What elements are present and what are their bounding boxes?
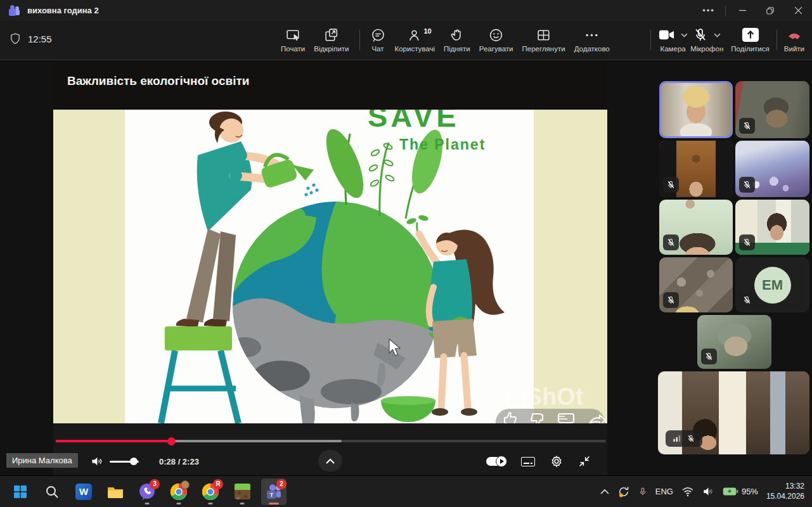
share-button[interactable]: Поділитися	[730, 23, 770, 55]
captions-button[interactable]	[521, 457, 535, 466]
mic-in-use-icon[interactable]	[638, 485, 647, 497]
participant-tile[interactable]	[659, 200, 733, 255]
presenter-name-label: Ирина Малкова	[6, 453, 78, 468]
taskbar-teams-button[interactable]: 2 T	[261, 478, 287, 505]
people-label: Користувачі	[395, 45, 435, 53]
teams-badge: 2	[276, 479, 287, 489]
save-planet-illustration: SAVE The Planet	[53, 110, 607, 423]
app-open-indicator	[145, 503, 150, 504]
app-open-indicator	[177, 503, 181, 504]
gallery-view-icon	[536, 26, 551, 44]
minimize-icon	[739, 7, 746, 14]
language-indicator[interactable]: ENG	[655, 487, 673, 496]
share-icon	[741, 27, 760, 42]
speaker-icon[interactable]	[702, 486, 714, 497]
unpin-button[interactable]: Відкріпити	[309, 23, 353, 55]
player-settings-button[interactable]	[550, 454, 564, 468]
taskbar-word-button[interactable]: W	[71, 478, 96, 505]
inshot-watermark: InShOt	[505, 383, 584, 410]
participant-tile[interactable]	[735, 141, 809, 197]
viber-badge: 3	[150, 479, 160, 489]
battery-icon	[723, 487, 738, 496]
participants-sidebar: EM	[657, 60, 812, 475]
taskbar-viber-button[interactable]: 3	[134, 478, 160, 505]
progress-bar[interactable]	[56, 440, 606, 442]
autoplay-toggle[interactable]	[486, 457, 506, 466]
camera-chevron-icon[interactable]	[681, 33, 688, 37]
raise-hand-button[interactable]: Підняти	[439, 23, 475, 55]
tray-chevron-up-icon[interactable]	[600, 489, 609, 494]
progress-knob[interactable]	[167, 437, 176, 446]
camera-button[interactable]: Камера	[657, 23, 689, 55]
mic-muted-icon	[693, 27, 708, 42]
signal-bars-icon	[673, 434, 681, 443]
start-share-button[interactable]: Почати	[276, 23, 309, 55]
volume-icon[interactable]	[91, 456, 103, 467]
wifi-icon[interactable]	[681, 487, 694, 497]
mic-label: Мікрофон	[690, 45, 723, 53]
titlebar-more-button[interactable]: •••	[695, 0, 723, 21]
participant-tile-avatar[interactable]: EM	[735, 257, 809, 312]
volume-knob[interactable]	[130, 458, 138, 465]
participant-tile-large[interactable]	[658, 371, 809, 454]
people-count: 10	[423, 27, 431, 35]
video-frame[interactable]: SAVE The Planet	[53, 110, 607, 423]
participant-tile-active-speaker[interactable]	[659, 81, 733, 138]
app-active-indicator	[269, 503, 279, 504]
tray-clock[interactable]: 13:32 15.04.2026	[766, 482, 804, 501]
search-button[interactable]	[39, 478, 65, 505]
restore-icon	[766, 7, 774, 15]
mic-chevron-icon[interactable]	[714, 33, 721, 37]
smiley-icon	[488, 26, 504, 44]
taskbar-minecraft-button[interactable]	[229, 478, 255, 505]
chat-label: Чат	[371, 45, 383, 53]
react-button[interactable]: Реагувати	[475, 23, 518, 55]
toolbar-divider	[359, 30, 360, 50]
chevron-up-icon	[326, 458, 335, 464]
more-actions-button[interactable]: Додатково	[570, 23, 614, 55]
participant-tile[interactable]	[659, 257, 733, 312]
window-titlebar: виховна година 2 •••	[0, 0, 812, 21]
sync-status-icon[interactable]	[617, 485, 630, 498]
start-share-label: Почати	[281, 45, 305, 53]
progress-played	[56, 440, 171, 442]
battery-indicator[interactable]: 95%	[723, 487, 758, 496]
shield-icon	[9, 32, 22, 46]
raise-hand-icon	[449, 26, 465, 44]
people-icon: 10	[407, 26, 423, 44]
view-button[interactable]: Переглянути	[518, 23, 570, 55]
participant-tile[interactable]	[735, 81, 809, 138]
shared-video-header: Важливість екологічної освіти	[53, 60, 607, 110]
meeting-toolbar: 12:55 Почати Відкріпити Чат 10	[0, 21, 812, 60]
participant-tile[interactable]	[659, 141, 733, 197]
collapse-controls-button[interactable]	[318, 450, 342, 472]
camera-label: Камера	[661, 45, 686, 53]
chat-icon	[370, 26, 386, 44]
raise-hand-label: Підняти	[444, 45, 470, 53]
taskbar-chrome-profile2-button[interactable]: R	[198, 478, 223, 505]
taskbar-chrome-button[interactable]	[166, 478, 191, 505]
restore-button[interactable]	[756, 0, 784, 21]
taskbar-explorer-button[interactable]	[103, 478, 128, 505]
camera-icon	[658, 28, 675, 42]
meeting-timer-text: 12:55	[28, 34, 52, 44]
volume-slider[interactable]	[110, 461, 139, 463]
mic-muted-badge	[663, 292, 679, 308]
chat-button[interactable]: Чат	[366, 23, 390, 55]
mic-muted-badge	[663, 234, 679, 250]
svg-text:T: T	[270, 491, 274, 497]
leave-button[interactable]: Вийти	[783, 23, 806, 55]
right-cream-band	[534, 110, 607, 423]
word-icon: W	[75, 484, 92, 500]
exit-fullscreen-button[interactable]	[578, 455, 591, 468]
minimize-button[interactable]	[728, 0, 756, 21]
profile-avatar-overlay	[181, 480, 190, 489]
mic-button[interactable]: Мікрофон	[689, 23, 725, 55]
close-button[interactable]	[784, 0, 812, 21]
start-button[interactable]	[8, 478, 33, 505]
more-actions-label: Додатково	[574, 45, 610, 53]
slide-heading: SAVE	[368, 110, 460, 133]
participant-tile[interactable]	[697, 315, 771, 369]
participant-tile[interactable]	[735, 200, 809, 255]
people-button[interactable]: 10 Користувачі	[390, 23, 439, 55]
